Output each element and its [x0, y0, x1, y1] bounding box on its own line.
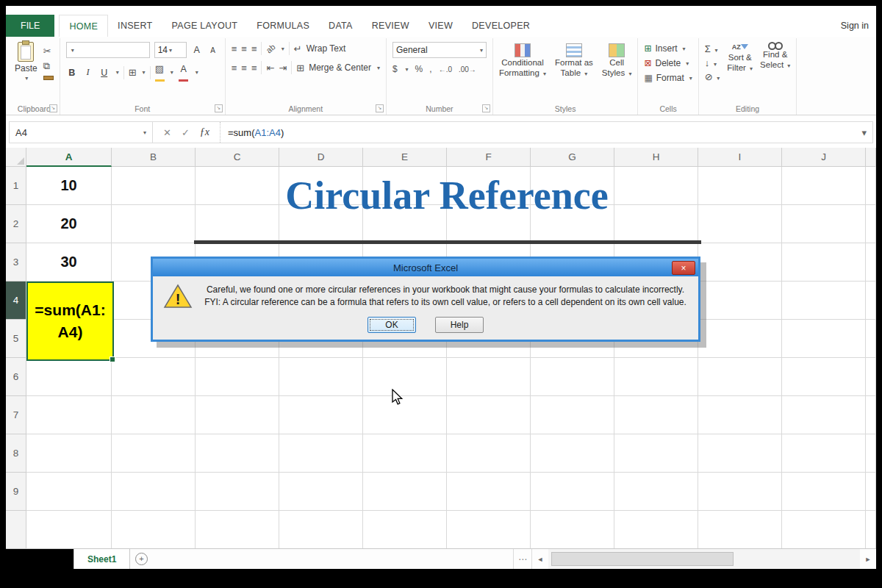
cell-J5[interactable] — [782, 320, 866, 358]
italic-button[interactable]: I — [82, 67, 94, 78]
fill-button[interactable]: ↓ ▾ — [705, 57, 720, 68]
font-color-dropdown-icon[interactable]: ▾ — [196, 69, 198, 76]
tab-file[interactable]: FILE — [6, 15, 54, 37]
borders-dropdown-icon[interactable]: ▾ — [143, 69, 146, 76]
cell-F6[interactable] — [447, 358, 531, 396]
copy-icon[interactable]: ⧉ — [43, 60, 54, 72]
font-name-combo[interactable]: ▾ — [66, 42, 150, 58]
row-header-7[interactable]: 7 — [6, 396, 26, 434]
tab-data[interactable]: DATA — [319, 15, 362, 37]
cell-C9[interactable] — [196, 473, 279, 511]
fill-color-button[interactable]: ▨ — [155, 63, 165, 82]
row-header-9[interactable]: 9 — [6, 473, 26, 511]
row-header-4[interactable]: 4 — [6, 282, 26, 320]
comma-format-icon[interactable]: , — [429, 64, 431, 74]
bold-button[interactable]: B — [66, 68, 78, 78]
cell-filler[interactable] — [196, 511, 279, 548]
scroll-right-icon[interactable]: ► — [860, 549, 876, 569]
cell-A3[interactable]: 30 — [26, 243, 112, 282]
underline-button[interactable]: U — [98, 68, 110, 78]
format-as-table-button[interactable]: Format as Table ▾ — [555, 43, 593, 79]
cell-I5[interactable] — [698, 320, 782, 358]
format-cells-button[interactable]: ▦ Format ▾ — [644, 73, 692, 83]
tab-home[interactable]: HOME — [59, 15, 108, 37]
cut-icon[interactable]: ✂ — [43, 46, 54, 57]
cell-I7[interactable] — [698, 396, 782, 434]
cell-J2[interactable] — [782, 205, 866, 243]
number-format-dropdown-icon[interactable]: ▾ — [480, 47, 483, 54]
cell-B9[interactable] — [112, 473, 196, 511]
delete-cells-button[interactable]: ⊠ Delete ▾ — [644, 58, 692, 68]
cell-E8[interactable] — [363, 434, 447, 473]
cell-D7[interactable] — [279, 396, 363, 434]
cell-H7[interactable] — [614, 396, 698, 434]
cell-filler[interactable] — [26, 511, 112, 548]
cell-A8[interactable] — [26, 434, 112, 473]
cell-J8[interactable] — [782, 434, 866, 473]
cell-J9[interactable] — [782, 473, 866, 511]
decrease-indent-icon[interactable]: ⇤ — [266, 62, 274, 74]
paste-button[interactable]: Paste ▾ — [15, 42, 37, 82]
cell-J7[interactable] — [782, 396, 866, 434]
tab-formulas[interactable]: FORMULAS — [247, 15, 319, 37]
cell-B6[interactable] — [112, 358, 196, 396]
cell-D9[interactable] — [279, 473, 363, 511]
tab-splitter[interactable]: ⋯ — [513, 549, 531, 569]
column-header-C[interactable]: C — [196, 148, 279, 167]
orientation-icon[interactable]: ab — [265, 42, 277, 54]
column-header-H[interactable]: H — [614, 148, 698, 167]
cell-J1[interactable] — [782, 167, 866, 205]
borders-icon[interactable]: ⊞ — [129, 67, 137, 78]
decrease-decimal-icon[interactable]: .00→ — [459, 65, 476, 74]
column-header-F[interactable]: F — [447, 148, 531, 167]
formula-input[interactable]: =sum(A1:A4) — [220, 122, 856, 143]
cell-H8[interactable] — [614, 434, 698, 473]
formula-bar-expand-icon[interactable]: ▾ — [856, 122, 872, 143]
cell-G8[interactable] — [531, 434, 614, 473]
sheet-tab-sheet1[interactable]: Sheet1 — [74, 549, 130, 569]
cell-filler[interactable] — [447, 511, 531, 548]
font-size-combo[interactable]: 14 ▾ — [154, 42, 187, 58]
cell-I9[interactable] — [698, 473, 782, 511]
row-header-1[interactable]: 1 — [6, 167, 26, 205]
fill-color-dropdown-icon[interactable]: ▾ — [171, 69, 173, 76]
currency-format-icon[interactable]: $ — [392, 64, 398, 74]
shrink-font-button[interactable]: A — [207, 46, 219, 54]
column-header-I[interactable]: I — [698, 148, 782, 167]
cell-C7[interactable] — [196, 396, 279, 434]
cell-styles-button[interactable]: Cell Styles ▾ — [602, 43, 632, 79]
increase-decimal-icon[interactable]: ←.0 — [439, 65, 452, 74]
currency-dropdown-icon[interactable]: ▾ — [406, 66, 409, 73]
enter-entry-icon[interactable]: ✓ — [182, 127, 190, 138]
dialog-launcher-number[interactable]: ↘ — [482, 104, 490, 112]
dialog-close-button[interactable]: × — [672, 261, 695, 275]
align-left-icon[interactable]: ≡ — [232, 62, 237, 74]
clear-button[interactable]: ⊘ ▾ — [705, 71, 720, 82]
dialog-launcher-font[interactable]: ↘ — [215, 104, 223, 112]
align-middle-icon[interactable]: ≡ — [241, 43, 247, 54]
row-header-2[interactable]: 2 — [6, 205, 26, 243]
tab-developer[interactable]: DEVELOPER — [462, 15, 539, 37]
selected-cell-a4[interactable]: =sum(A1: A4) — [26, 282, 114, 361]
orientation-dropdown-icon[interactable]: ▾ — [282, 46, 284, 52]
row-header-6[interactable]: 6 — [6, 358, 26, 396]
cell-F8[interactable] — [447, 434, 531, 473]
cell-A9[interactable] — [26, 473, 112, 511]
cell-A2[interactable]: 20 — [26, 205, 112, 243]
cell-B7[interactable] — [112, 396, 196, 434]
cell-I6[interactable] — [698, 358, 782, 396]
help-button[interactable]: Help — [435, 317, 484, 333]
add-sheet-button[interactable]: + — [130, 549, 152, 569]
cell-E9[interactable] — [363, 473, 447, 511]
dialog-launcher-clipboard[interactable]: ↘ — [49, 104, 57, 112]
dialog-titlebar[interactable]: Microsoft Excel × — [153, 259, 698, 276]
row-header-5[interactable]: 5 — [6, 320, 26, 358]
cell-A6[interactable] — [26, 358, 112, 396]
cell-E6[interactable] — [363, 358, 447, 396]
cell-D8[interactable] — [279, 434, 363, 473]
cell-H9[interactable] — [614, 473, 698, 511]
cell-filler[interactable] — [112, 511, 196, 548]
column-header-G[interactable]: G — [531, 148, 614, 167]
cell-B8[interactable] — [112, 434, 196, 473]
cell-G6[interactable] — [531, 358, 614, 396]
